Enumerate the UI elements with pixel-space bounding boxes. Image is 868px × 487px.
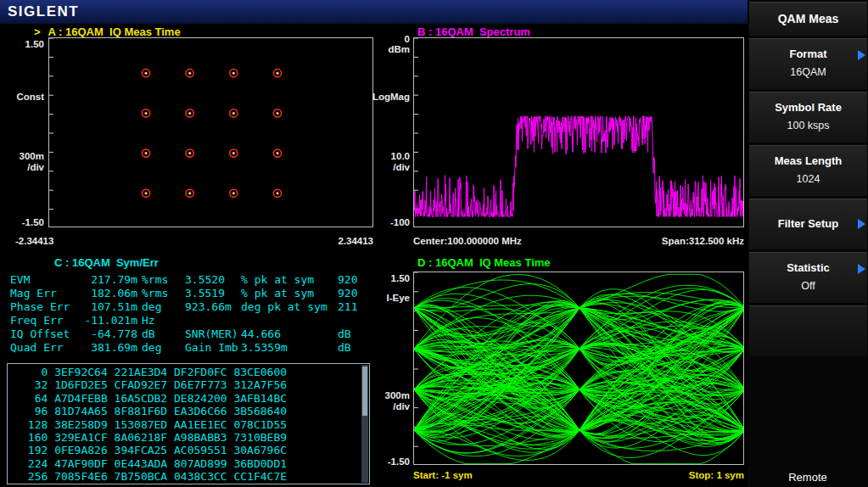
- stat-cell: 3.5359m: [239, 341, 335, 355]
- stat-cell: deg pk at sym: [239, 300, 335, 314]
- stat-cell: 3.5519: [182, 287, 239, 300]
- b-axis-name: LogMag: [365, 92, 410, 102]
- stat-cell: Quad Err: [8, 341, 76, 355]
- d-stop-label: Stop: 1 sym: [689, 470, 744, 480]
- stat-cell: dB: [137, 327, 182, 341]
- stat-cell: % pk at sym: [239, 287, 335, 300]
- stat-cell: 107.51m: [76, 300, 137, 314]
- a-axis-name: Const: [0, 92, 44, 102]
- stat-cell: 217.79m: [76, 273, 137, 287]
- submenu-arrow-icon: [858, 264, 865, 274]
- stat-cell: Mag Err: [8, 287, 76, 300]
- panel-d-eye: D : 16QAM IQ Meas Time 1.50 I-Eye 300m /…: [365, 255, 748, 487]
- remote-status: Remote: [748, 468, 868, 486]
- submenu-arrow-icon: [858, 219, 865, 229]
- panel-b-spectrum: B : 16QAM Spectrum 0 dBm LogMag 10.0 /di…: [365, 24, 748, 255]
- softkey-format[interactable]: Format16QAM: [749, 38, 867, 89]
- panel-b-title: B : 16QAM Spectrum: [417, 25, 530, 38]
- softkey-value: Off: [749, 280, 867, 292]
- menu-title: QAM Meas: [749, 2, 867, 36]
- stat-cell: [239, 314, 335, 327]
- softkey-value: 100 ksps: [749, 120, 867, 132]
- hex-row: 224 47AF90DF 0E443ADA 807AD899 36BD0DD1: [21, 457, 357, 470]
- softkey-meas-length[interactable]: Meas Length1024: [749, 145, 867, 196]
- hex-row: 256 7085F4E6 7B750BCA 0438C3CC CC1F4C7E: [21, 470, 357, 483]
- hex-row: 0 3EF92C64 221AE3D4 DF2FD0FC 83CE0600: [21, 366, 357, 378]
- stat-row: Quad Err381.69mdegGain Imb3.5359mdB: [8, 341, 375, 355]
- panel-a-title-text: A : 16QAM IQ Meas Time: [48, 25, 181, 38]
- spectrum-plot[interactable]: [413, 37, 744, 227]
- a-axis-div: 300m: [0, 151, 44, 161]
- stat-cell: Hz: [137, 314, 182, 327]
- panel-a-title: >A : 16QAM IQ Meas Time: [34, 25, 181, 38]
- stat-row: EVM217.79m%rms3.5520% pk at sym920: [8, 273, 375, 287]
- b-axis-topunit: dBm: [365, 44, 410, 54]
- b-axis-divunit: /div: [365, 162, 410, 172]
- b-axis-div: 10.0: [365, 151, 410, 161]
- softkey-sidebar: QAM Meas Format16QAMSymbol Rate100 kspsM…: [748, 0, 868, 487]
- softkey-label: Filter Setup: [749, 199, 867, 230]
- softkey-value: 1024: [749, 173, 867, 185]
- a-axis-divunit: /div: [0, 162, 44, 172]
- stat-row: IQ Offset-64.778dBSNR(MER)44.666dB: [8, 327, 375, 341]
- stat-cell: SNR(MER): [182, 327, 239, 341]
- softkey-label: Symbol Rate: [749, 92, 867, 114]
- siglent-logo: SIGLENT: [8, 3, 79, 20]
- menu-title-label: QAM Meas: [749, 2, 867, 25]
- b-axis-bottom: -100: [365, 217, 410, 227]
- stat-cell: Gain Imb: [182, 341, 239, 355]
- stat-cell: 381.69m: [76, 341, 137, 355]
- stat-row: Mag Err182.06m%rms3.5519% pk at sym920: [8, 287, 375, 300]
- top-bar: SIGLENT: [0, 0, 748, 24]
- d-axis-bottom: -1.50: [365, 456, 410, 467]
- softkey-blank: [749, 305, 867, 356]
- stat-cell: -11.021m: [76, 314, 137, 327]
- stat-cell: %rms: [137, 287, 182, 300]
- softkey-label: Format: [749, 38, 867, 60]
- stat-cell: 923.66m: [182, 300, 239, 314]
- stat-row: Phase Err107.51mdeg923.66mdeg pk at sym2…: [8, 300, 375, 314]
- b-span: Span:312.500 kHz: [662, 236, 744, 246]
- softkey-label: Statistic: [749, 252, 867, 274]
- softkey-filter-setup[interactable]: Filter Setup: [749, 199, 867, 249]
- softkey-statistic[interactable]: StatisticOff: [749, 252, 867, 303]
- active-window-marker: >: [34, 25, 41, 38]
- stat-cell: IQ Offset: [8, 327, 76, 341]
- d-axis-name: I-Eye: [365, 293, 410, 303]
- hex-row: 32 1D6FD2E5 CFAD92E7 D6E7F773 312A7F56: [21, 378, 357, 391]
- hex-row: 64 A7D4FEBB 16A5CDB2 DE824200 3AFB14BC: [21, 392, 357, 405]
- panel-c-title: C : 16QAM Sym/Err: [54, 256, 159, 269]
- hex-row: 160 329EA1CF 8A06218F A98BABB3 7310BEB9: [21, 431, 357, 444]
- symbol-hex-table[interactable]: 0 3EF92C64 221AE3D4 DF2FD0FC 83CE0600 32…: [7, 363, 370, 484]
- symerr-stats: EVM217.79m%rms3.5520% pk at sym920Mag Er…: [8, 273, 375, 355]
- stat-cell: 3.5520: [182, 273, 239, 287]
- hex-row: 96 81D74A65 8F881F6D EA3D6C66 3B568640: [21, 405, 357, 417]
- stat-cell: Phase Err: [8, 300, 76, 314]
- stat-cell: EVM: [8, 273, 76, 287]
- submenu-arrow-icon: [858, 50, 865, 60]
- hex-row: 192 0FE9A826 394FCA25 AC059551 30A6796C: [21, 444, 357, 456]
- softkey-value: 16QAM: [749, 66, 867, 78]
- hex-row: 128 38E258D9 153087ED AA1EE1EC 078C1D55: [21, 418, 357, 431]
- d-axis-top: 1.50: [365, 273, 410, 283]
- softkey-symbol-rate[interactable]: Symbol Rate100 ksps: [749, 92, 867, 143]
- stat-cell: %rms: [137, 273, 182, 287]
- stat-cell: 44.666: [239, 327, 335, 341]
- constellation-plot[interactable]: [48, 37, 373, 227]
- panel-c-symerr: C : 16QAM Sym/Err EVM217.79m%rms3.5520% …: [0, 255, 390, 487]
- eye-diagram-plot[interactable]: [413, 271, 744, 465]
- d-axis-div: 300m: [365, 390, 410, 400]
- a-x-left: -2.34413: [15, 236, 53, 246]
- stat-row: Freq Err-11.021mHz: [8, 314, 375, 327]
- stat-cell: 182.06m: [76, 287, 137, 300]
- stat-cell: [182, 314, 239, 327]
- a-axis-bottom: -1.50: [0, 217, 44, 227]
- d-start-label: Start: -1 sym: [413, 470, 473, 480]
- softkey-label: Meas Length: [749, 145, 867, 167]
- stat-cell: -64.778: [76, 327, 137, 341]
- d-axis-divunit: /div: [365, 401, 410, 411]
- a-axis-top: 1.50: [0, 39, 44, 49]
- b-axis-top: 0: [365, 34, 410, 44]
- panel-d-title: D : 16QAM IQ Meas Time: [417, 256, 551, 269]
- stat-cell: deg: [137, 341, 182, 355]
